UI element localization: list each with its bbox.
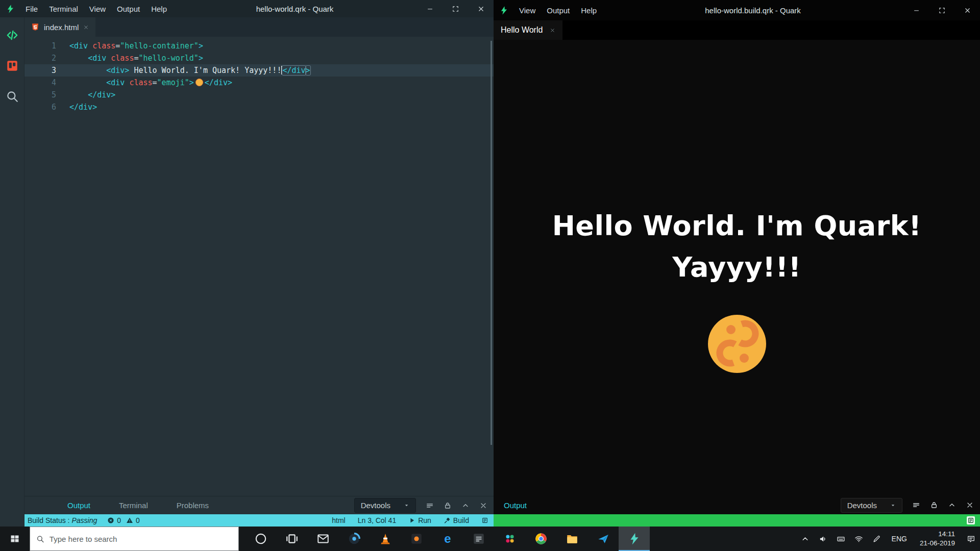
build-status: Build Status : Passing: [28, 516, 97, 524]
close-tab-icon[interactable]: [83, 24, 89, 30]
media-app-icon[interactable]: [401, 527, 432, 551]
error-count[interactable]: 0: [107, 516, 121, 524]
menu-file[interactable]: File: [20, 3, 43, 15]
line-number: 3: [24, 64, 69, 77]
align-icon[interactable]: [426, 502, 434, 510]
editor-tabbar: index.html: [24, 17, 494, 37]
build-icon: [444, 517, 451, 524]
menu-view[interactable]: View: [513, 4, 541, 17]
align-icon[interactable]: [912, 501, 920, 509]
code-line[interactable]: 5 </div>: [24, 89, 494, 101]
log-icon[interactable]: [481, 517, 488, 524]
slack-icon[interactable]: [494, 527, 525, 551]
language-indicator[interactable]: ENG: [890, 535, 909, 543]
action-center-icon[interactable]: [966, 534, 976, 544]
file-explorer-icon[interactable]: [556, 527, 587, 551]
chevron-down-icon: [890, 503, 896, 508]
search-icon[interactable]: [6, 90, 19, 103]
error-icon: [107, 517, 114, 524]
keyboard-icon[interactable]: [836, 534, 846, 544]
editor-menubar: File Terminal View Output Help: [20, 3, 173, 15]
search-input[interactable]: [50, 535, 232, 543]
tab-label: Hello World: [501, 26, 543, 35]
code-line[interactable]: 6</div>: [24, 101, 494, 113]
menu-view[interactable]: View: [84, 3, 111, 15]
taskbar-search[interactable]: [30, 527, 239, 551]
panel-tab-terminal[interactable]: Terminal: [119, 501, 148, 510]
window-controls: [903, 0, 980, 20]
devtools-label: Devtools: [847, 501, 877, 510]
cortana-icon[interactable]: [245, 527, 276, 551]
close-tab-icon[interactable]: [550, 28, 555, 33]
tab-index-html[interactable]: index.html: [24, 17, 95, 37]
minimize-button[interactable]: [417, 0, 443, 17]
chevron-up-icon[interactable]: [948, 501, 956, 509]
warning-count[interactable]: 0: [126, 516, 140, 524]
log-icon[interactable]: [967, 516, 975, 524]
preview-titlebar: View Output Help hello-world.build.qrk -…: [494, 0, 980, 20]
close-panel-icon[interactable]: [966, 501, 974, 509]
code-line[interactable]: 3 <div> Hello World. I'm Quark! Yayyy!!!…: [24, 64, 494, 77]
code-icon[interactable]: [6, 29, 19, 42]
quark-logo-icon: [499, 6, 509, 15]
panel-tab-problems[interactable]: Problems: [177, 501, 209, 510]
tab-hello-world[interactable]: Hello World: [494, 20, 562, 40]
quark-preview-window: View Output Help hello-world.build.qrk -…: [494, 0, 980, 527]
chevron-down-icon: [404, 503, 409, 508]
close-button[interactable]: [954, 0, 980, 20]
taskbar-clock[interactable]: 14:11 21-06-2019: [917, 530, 958, 547]
network-icon[interactable]: [854, 534, 864, 544]
task-view-icon[interactable]: [276, 527, 307, 551]
chevron-up-icon[interactable]: [461, 502, 470, 510]
start-button[interactable]: [0, 527, 30, 551]
warning-icon: [126, 517, 133, 524]
panel-tab-output[interactable]: Output: [67, 501, 90, 510]
menu-output[interactable]: Output: [111, 3, 145, 15]
board-icon[interactable]: [6, 59, 19, 72]
maximize-button[interactable]: [443, 0, 468, 17]
menu-terminal[interactable]: Terminal: [43, 3, 84, 15]
menu-help[interactable]: Help: [575, 4, 602, 17]
screen: File Terminal View Output Help hello-wor…: [0, 0, 980, 551]
language-mode[interactable]: html: [332, 516, 345, 524]
lock-icon[interactable]: [930, 501, 938, 509]
circle-app-icon[interactable]: [338, 527, 370, 551]
chrome-icon[interactable]: [525, 527, 556, 551]
line-number: 6: [24, 101, 69, 113]
code-line[interactable]: 1<div class="hello-container">: [24, 40, 494, 52]
panel-tab-output[interactable]: Output: [504, 501, 527, 510]
mail-icon[interactable]: [307, 527, 338, 551]
blue-app-icon[interactable]: [587, 527, 619, 551]
maximize-button[interactable]: [929, 0, 954, 20]
quark-icon[interactable]: [619, 527, 650, 551]
smiley-emoji-icon: [701, 308, 773, 380]
tray-chevron-up-icon[interactable]: [800, 534, 811, 544]
minimize-button[interactable]: [903, 0, 929, 20]
bottom-panel-tabs: Output Terminal Problems Devtools: [24, 496, 494, 514]
menu-help[interactable]: Help: [145, 3, 173, 15]
lock-icon[interactable]: [444, 502, 452, 510]
build-button[interactable]: Build: [444, 516, 469, 524]
code-line[interactable]: 2 <div class="hello-world">: [24, 52, 494, 64]
close-panel-icon[interactable]: [479, 502, 487, 510]
quark-logo-icon: [6, 4, 15, 14]
build-success-bar: [494, 514, 980, 527]
code-line[interactable]: 4 <div class="emoji"></div>: [24, 77, 494, 89]
volume-icon[interactable]: [818, 534, 828, 544]
code-editor[interactable]: 1<div class="hello-container">2 <div cla…: [24, 37, 494, 496]
devtools-label: Devtools: [361, 501, 390, 510]
windows-logo-icon: [10, 534, 20, 544]
close-button[interactable]: [468, 0, 494, 17]
run-button[interactable]: Run: [408, 516, 431, 524]
line-number: 1: [24, 40, 69, 52]
window-controls: [417, 0, 494, 17]
menu-output[interactable]: Output: [541, 4, 575, 17]
pen-icon[interactable]: [872, 534, 882, 544]
edge-icon[interactable]: e: [432, 527, 463, 551]
devtools-dropdown[interactable]: Devtools: [354, 498, 416, 513]
editor-scrollbar[interactable]: [491, 41, 492, 445]
devtools-dropdown[interactable]: Devtools: [841, 498, 902, 513]
vlc-icon[interactable]: [370, 527, 401, 551]
svg-text:e: e: [444, 532, 451, 545]
utility-app-icon[interactable]: [463, 527, 494, 551]
